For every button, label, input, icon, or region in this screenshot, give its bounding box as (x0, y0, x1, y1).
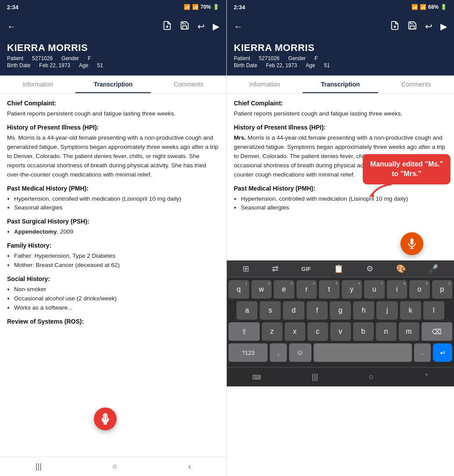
right-signal-icon: 📶 (420, 4, 426, 10)
left-doc-icon[interactable] (162, 21, 172, 32)
kb-space-key[interactable] (314, 343, 412, 362)
kb-key-s[interactable]: s (260, 301, 281, 320)
left-age-value: 51 (97, 62, 103, 69)
kb-key-y[interactable]: y6 (342, 280, 362, 299)
kb-shift-key[interactable]: ⇧ (229, 322, 260, 341)
right-hpi-mrs: Mrs. (234, 134, 246, 141)
right-tab-information[interactable]: Information (227, 76, 303, 93)
left-patient-info-2: Birth Date Feb 22, 1973 Age 51 (7, 62, 219, 69)
kb-key-t[interactable]: t5 (319, 280, 340, 299)
kb-key-l[interactable]: l (423, 301, 444, 320)
kb-key-n[interactable]: n (376, 322, 397, 341)
kb-key-g[interactable]: g (330, 301, 351, 320)
left-nav-back-icon[interactable]: ‹ (188, 462, 191, 471)
kb-row-4: ?123 , ☺ . ↵ (229, 343, 452, 362)
kb-settings-icon[interactable]: ⚙ (366, 264, 373, 274)
svg-rect-8 (411, 238, 414, 245)
kb-emoji-key[interactable]: ☺ (289, 343, 311, 362)
list-item: Appendectomy, 2009 (14, 227, 219, 237)
left-tab-transcription[interactable]: Transcription (75, 76, 151, 93)
left-chief-complaint-title: Chief Complaint: (7, 100, 219, 107)
kb-key-d[interactable]: d (283, 301, 304, 320)
right-age-value: 51 (324, 62, 329, 69)
kb-period-key[interactable]: . (414, 343, 431, 362)
list-item: Occasional alcohol use (2 drinks/week) (14, 294, 219, 303)
left-tab-bar: Information Transcription Comments (0, 76, 226, 94)
left-save-icon[interactable] (180, 21, 189, 32)
list-item: Seasonal allergies (241, 203, 447, 213)
kb-key-f[interactable]: f (307, 301, 328, 320)
left-top-bar: ← ↩ ▶ (0, 14, 226, 39)
left-social-title: Social History: (7, 275, 219, 282)
left-mic-fab[interactable] (94, 407, 117, 430)
right-mic-fab[interactable] (400, 232, 423, 255)
left-psh-list: Appendectomy, 2009 (14, 227, 219, 237)
right-save-icon[interactable] (408, 21, 417, 32)
right-toolbar-icons: ↩ ▶ (390, 21, 447, 32)
left-pmh-list: Hypertension, controlled with medication… (14, 195, 219, 213)
kb-key-h[interactable]: h (353, 301, 374, 320)
kb-key-b[interactable]: b (353, 322, 374, 341)
kb-key-p[interactable]: p0 (432, 280, 453, 299)
kb-mic-icon[interactable]: 🎤 (429, 264, 438, 274)
left-send-icon[interactable]: ▶ (213, 21, 219, 32)
left-battery: 70% (200, 4, 211, 10)
right-age-label: Age (306, 62, 315, 69)
left-back-button[interactable]: ← (7, 22, 16, 32)
kb-del-key[interactable]: ⌫ (422, 322, 453, 341)
right-tab-comments[interactable]: Comments (378, 76, 454, 93)
kb-key-i[interactable]: i8 (387, 280, 408, 299)
right-doc-icon[interactable] (390, 21, 400, 32)
right-status-bar: 2:34 📶 📶 68% 🔋 (227, 0, 454, 14)
kb-gif-btn[interactable]: GIF (301, 266, 311, 272)
kb-key-e[interactable]: e3 (274, 280, 294, 299)
kb-clipboard-icon[interactable]: 📋 (334, 264, 343, 274)
kb-key-z[interactable]: z (262, 322, 282, 341)
left-birth-label: Birth Date (7, 62, 30, 69)
kb-key-o[interactable]: o9 (409, 280, 430, 299)
kb-key-q[interactable]: q1 (229, 280, 249, 299)
kb-palette-icon[interactable]: 🎨 (396, 264, 406, 274)
kb-key-w[interactable]: w2 (251, 280, 272, 299)
left-tab-comments[interactable]: Comments (151, 76, 226, 93)
kb-key-c[interactable]: c (307, 322, 328, 341)
left-undo-icon[interactable]: ↩ (197, 21, 205, 32)
kb-key-v[interactable]: v (330, 322, 351, 341)
kb-enter-key[interactable]: ↵ (433, 343, 452, 362)
right-send-icon[interactable]: ▶ (440, 21, 447, 32)
left-patient-label: Patient (7, 55, 23, 61)
list-item: Seasonal allergies (14, 203, 219, 213)
kb-key-u[interactable]: u7 (364, 280, 385, 299)
right-mic-icon (406, 238, 418, 249)
list-item: Father: Hypertension, Type 2 Diabetes (14, 252, 219, 261)
left-tab-information[interactable]: Information (0, 76, 75, 93)
kb-key-k[interactable]: k (400, 301, 421, 320)
left-panel: 2:34 📶 📶 70% 🔋 ← ↩ ▶ KIERRA MORRIS Patie… (0, 0, 227, 476)
kb-key-a[interactable]: a (236, 301, 257, 320)
left-family-list: Father: Hypertension, Type 2 Diabetes Mo… (14, 252, 219, 270)
right-back-button[interactable]: ← (234, 22, 243, 32)
right-nav-menu-icon[interactable]: ||| (312, 372, 318, 382)
kb-grid-icon[interactable]: ⊞ (243, 264, 249, 274)
kb-num-key[interactable]: ?123 (229, 343, 268, 362)
kb-comma-key[interactable]: , (270, 343, 286, 362)
kb-swap-icon[interactable]: ⇄ (272, 264, 279, 274)
left-nav-home-icon[interactable]: ○ (113, 462, 118, 471)
kb-key-x[interactable]: x (285, 322, 305, 341)
left-hpi-title: History of Present Illness (HPI): (7, 124, 219, 131)
right-nav-keyboard-icon[interactable]: ⌨ (252, 374, 261, 381)
right-battery-icon: 🔋 (440, 4, 447, 10)
left-mic-icon (100, 413, 111, 425)
kb-key-m[interactable]: m (399, 322, 419, 341)
right-tab-transcription[interactable]: Transcription (303, 76, 379, 93)
kb-key-j[interactable]: j (376, 301, 397, 320)
right-chief-complaint-title: Chief Complaint: (234, 100, 447, 107)
right-patient-header: KIERRA MORRIS Patient 5271026 Gender F B… (227, 39, 454, 76)
right-undo-icon[interactable]: ↩ (425, 21, 433, 32)
right-nav-down-icon[interactable]: ˅ (425, 372, 429, 382)
tooltip-text: Manually edited "Ms." to "Mrs." (370, 160, 443, 177)
left-nav-menu-icon[interactable]: ||| (36, 462, 42, 471)
right-nav-home-icon[interactable]: ○ (369, 372, 374, 382)
left-gender-value: F (88, 55, 91, 61)
kb-key-r[interactable]: r4 (297, 280, 317, 299)
